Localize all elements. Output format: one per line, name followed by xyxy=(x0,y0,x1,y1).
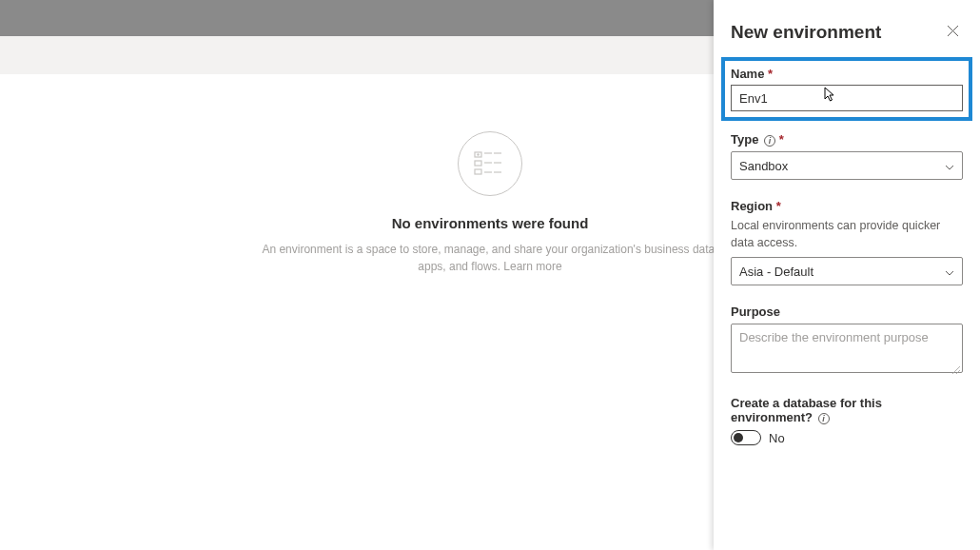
database-toggle[interactable] xyxy=(731,430,761,445)
type-field: Type i * Sandbox xyxy=(731,132,963,180)
info-icon[interactable]: i xyxy=(764,135,775,147)
learn-more-link[interactable]: Learn more xyxy=(503,260,561,273)
svg-rect-7 xyxy=(475,169,481,174)
info-icon[interactable]: i xyxy=(818,413,830,424)
required-indicator: * xyxy=(776,199,781,213)
region-label: Region * xyxy=(731,199,963,213)
chevron-down-icon xyxy=(945,265,954,279)
svg-line-13 xyxy=(956,370,960,374)
panel-header: New environment xyxy=(731,21,963,44)
svg-rect-4 xyxy=(475,161,481,166)
name-label: Name * xyxy=(731,67,963,81)
purpose-field: Purpose xyxy=(731,304,963,377)
region-value: Asia - Default xyxy=(739,265,813,279)
panel-title: New environment xyxy=(731,22,881,43)
close-icon[interactable] xyxy=(943,21,963,44)
required-indicator: * xyxy=(768,67,773,81)
new-environment-panel: New environment Name * Type i * Sandbox … xyxy=(714,0,980,550)
label-text: Create a database for this environment? xyxy=(731,396,882,424)
toggle-knob xyxy=(734,433,743,442)
database-toggle-value: No xyxy=(769,431,785,445)
empty-desc-line: An environment is a space to store, mana… xyxy=(262,243,717,256)
database-toggle-row: No xyxy=(731,430,963,445)
region-field: Region * Local environments can provide … xyxy=(731,199,963,285)
svg-point-1 xyxy=(477,153,479,155)
name-field-highlight: Name * xyxy=(721,57,972,121)
purpose-textarea[interactable] xyxy=(731,324,963,373)
database-field: Create a database for this environment? … xyxy=(731,396,963,445)
database-label: Create a database for this environment? … xyxy=(731,396,963,424)
region-hint: Local environments can provide quicker d… xyxy=(731,218,963,251)
empty-state-description: An environment is a space to store, mana… xyxy=(262,241,717,275)
purpose-label: Purpose xyxy=(731,304,963,319)
name-input[interactable] xyxy=(731,85,963,111)
empty-state-title: No environments were found xyxy=(392,215,589,231)
svg-line-12 xyxy=(952,366,960,374)
required-indicator: * xyxy=(779,132,784,147)
type-select[interactable]: Sandbox xyxy=(731,151,963,180)
list-form-icon xyxy=(458,131,522,196)
chevron-down-icon xyxy=(945,159,954,173)
type-label: Type i * xyxy=(731,132,963,147)
resize-handle-icon[interactable] xyxy=(952,366,960,374)
empty-desc-line: apps, and flows. xyxy=(418,260,500,273)
label-text: Name xyxy=(731,67,764,81)
region-select[interactable]: Asia - Default xyxy=(731,257,963,285)
label-text: Region xyxy=(731,199,773,213)
label-text: Type xyxy=(731,132,758,147)
type-value: Sandbox xyxy=(739,159,788,173)
